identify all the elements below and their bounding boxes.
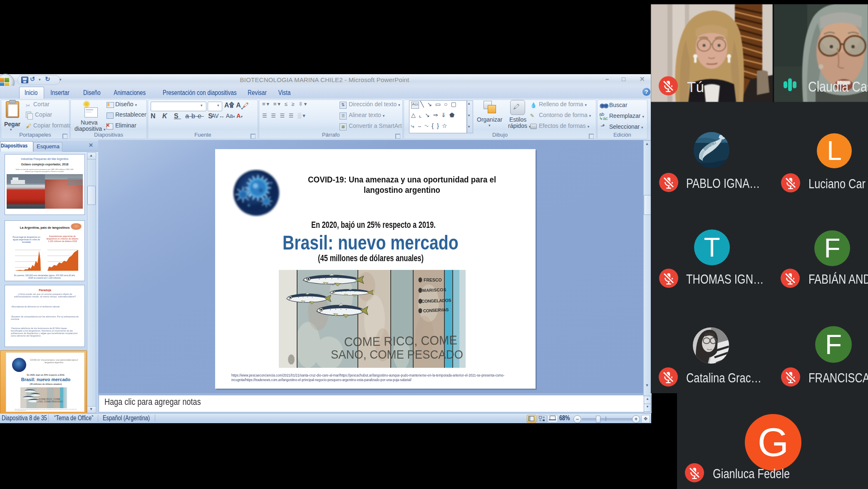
svg-text:COME RICO, COME: COME RICO, COME — [344, 333, 458, 349]
svg-text:CONGELADOS: CONGELADOS — [422, 297, 451, 304]
svg-text:SANO, COME PESCADO: SANO, COME PESCADO — [331, 347, 463, 361]
svg-text:FRESCO: FRESCO — [424, 277, 442, 282]
svg-text:MARISCOS: MARISCOS — [422, 287, 446, 293]
